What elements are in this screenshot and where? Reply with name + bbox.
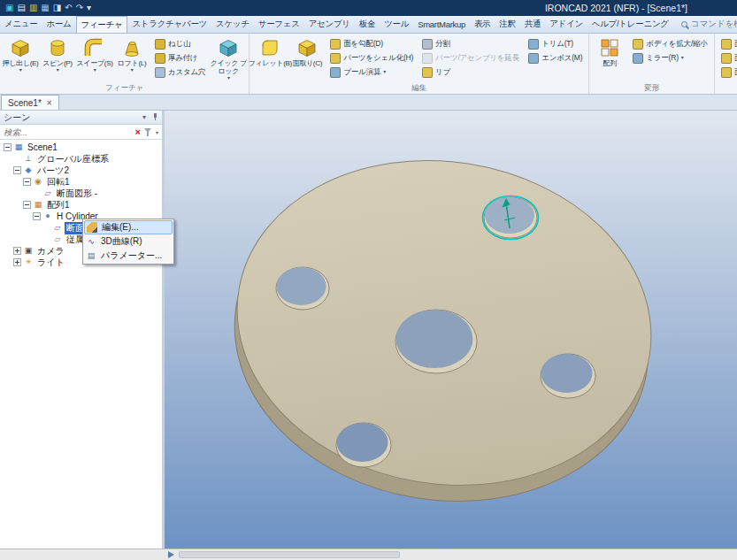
viewport[interactable]	[165, 111, 737, 548]
search-icon	[681, 21, 687, 27]
bolt-hole-bottom-left[interactable]	[336, 423, 391, 467]
tab-home[interactable]: ホーム	[42, 16, 75, 33]
redo-icon[interactable]: ↷	[76, 4, 83, 12]
dropdown-arrow-icon: ▾	[383, 69, 386, 75]
tree-item-global-coordinate-system[interactable]: ⊥グローバル座標系	[0, 153, 162, 165]
mirror-button[interactable]: ミラー(R)▾	[630, 51, 710, 65]
ironcad-window: ▣▤▥▦◨↶↷▾ IRONCAD 2021 (NFR) - [Scene1*] …	[0, 0, 737, 560]
tab-smartmarkup[interactable]: SmartMarkup	[413, 16, 470, 33]
emboss-button[interactable]: エンボス(M)	[526, 51, 585, 65]
bolt-hole-right[interactable]	[541, 354, 595, 398]
tree-item-label: グローバル座標系	[35, 153, 111, 165]
spin-button[interactable]: スピン(P)▾	[39, 35, 76, 82]
tree-item-label: 配列1	[45, 199, 72, 211]
extrude-button[interactable]: 押し出し(E)▾	[2, 35, 39, 82]
filter-dropdown-icon[interactable]: ▾	[156, 129, 158, 135]
context-menu-item-parameters[interactable]: ▤パラメーター...	[84, 249, 173, 263]
tab-assembly[interactable]: アセンブリ	[304, 16, 355, 33]
thread-button[interactable]: ねじ山	[152, 37, 208, 50]
ribbon: 押し出し(E)▾スピン(P)▾スイープ(S)▾ロフト(L)▾ねじ山厚み付けカスタ…	[0, 34, 737, 95]
clear-search-icon[interactable]: ×	[135, 127, 141, 137]
tree-item-pattern1[interactable]: ▦配列1	[0, 199, 162, 211]
cylinder-icon: ●	[42, 212, 53, 220]
chamfer-button[interactable]: 面取り(C)	[288, 35, 326, 82]
chamfer-icon	[296, 37, 318, 58]
3d-viewport-canvas[interactable]	[165, 111, 737, 548]
expander-minus-icon[interactable]	[23, 201, 31, 209]
scene-search-input[interactable]	[4, 127, 132, 137]
custom-hole-button[interactable]: カスタム穴	[152, 65, 208, 79]
tab-structured-parts[interactable]: ストラクチャパーツ	[127, 16, 211, 33]
split-button[interactable]: 分割	[419, 37, 522, 50]
viewport-scrollbar[interactable]	[0, 548, 737, 560]
quick-block-button[interactable]: クイック ブロック▾	[210, 35, 247, 82]
offset-face-button[interactable]: 面をオフセット(O)	[718, 65, 737, 79]
document-tab-scene1[interactable]: Scene1* ×	[1, 95, 59, 110]
pin-icon[interactable]	[151, 113, 158, 121]
bolt-hole-selected[interactable]	[483, 196, 539, 240]
rib-button[interactable]: リブ	[419, 65, 522, 79]
quick-access-dropdown-icon[interactable]: ▾	[87, 4, 91, 12]
extend-part-assembly-button[interactable]: パーツ/アセンブリを延長	[419, 51, 522, 65]
tab-common[interactable]: 共通	[520, 16, 545, 33]
app-icon[interactable]: ▣	[5, 4, 13, 12]
expander-minus-icon[interactable]	[33, 212, 41, 220]
tab-display[interactable]: 表示	[470, 16, 495, 33]
tree-item-cross-section-shape[interactable]: ▱断面図形 -	[0, 188, 162, 199]
expander-minus-icon[interactable]	[13, 166, 21, 174]
tab-feature[interactable]: フィーチャ	[76, 16, 128, 33]
expander-minus-icon[interactable]	[4, 143, 12, 151]
boolean-button[interactable]: ブール演算▾	[327, 65, 416, 79]
open-icon[interactable]: ▥	[29, 4, 37, 12]
sweep-button[interactable]: スイープ(S)▾	[76, 35, 113, 82]
tab-menu[interactable]: メニュー	[0, 16, 42, 33]
pattern-button[interactable]: 配列	[591, 35, 628, 82]
dropdown-arrow-icon: ▾	[94, 67, 96, 73]
expander-plus-icon[interactable]	[13, 258, 21, 266]
dropdown-arrow-icon: ▾	[227, 75, 230, 81]
filter-icon[interactable]	[144, 128, 152, 136]
scene-panel-header: シーン ▾	[0, 111, 162, 125]
tab-sheet-metal[interactable]: 板金	[355, 16, 380, 33]
chamfer-label: 面取り(C)	[293, 59, 323, 67]
scene-panel-title: シーン	[4, 111, 30, 124]
fillet-button[interactable]: フィレット(B)	[251, 35, 288, 82]
context-menu-item-edit[interactable]: 編集(E)...	[84, 220, 173, 234]
tab-annotation[interactable]: 注釈	[495, 16, 519, 33]
chevron-down-icon[interactable]: ▾	[142, 113, 146, 121]
undo-icon[interactable]: ↶	[65, 4, 72, 12]
ribbon-tab-bar: メニューホームフィーチャストラクチャパーツスケッチサーフェスアセンブリ板金ツール…	[0, 16, 737, 34]
tree-item-spin1[interactable]: ◉回転1	[0, 176, 162, 188]
nav-triangle-icon[interactable]	[168, 551, 174, 558]
trim-button[interactable]: トリム(T)	[526, 37, 585, 50]
tree-item-part2[interactable]: ◆パーツ2	[0, 165, 162, 176]
draft-face-button[interactable]: 面を勾配(D)	[327, 37, 416, 50]
save-icon[interactable]: ▦	[41, 4, 49, 12]
boolean-icon	[330, 67, 341, 78]
center-hole[interactable]	[395, 310, 477, 373]
expander-plus-icon[interactable]	[13, 247, 21, 255]
tab-surface[interactable]: サーフェス	[254, 16, 304, 33]
print-icon[interactable]: ◨	[53, 4, 61, 12]
shell-part-button[interactable]: パーツをシェル化(H)	[327, 51, 416, 65]
tree-item-scene1[interactable]: ▦Scene1	[0, 142, 162, 153]
mirror-icon	[633, 53, 643, 64]
tab-help-training[interactable]: ヘルプ/トレーニング	[587, 16, 673, 33]
scale-body-button[interactable]: ボディを拡大/縮小	[630, 37, 710, 50]
new-scene-icon[interactable]: ▤	[17, 4, 25, 12]
close-icon[interactable]: ×	[47, 98, 52, 108]
offset-face-icon	[721, 67, 732, 78]
bolt-hole-left[interactable]	[276, 267, 329, 310]
context-menu-item-3d-curve[interactable]: ∿3D曲線(R)	[84, 234, 173, 249]
thicken-button[interactable]: 厚み付け	[152, 51, 208, 65]
loft-button[interactable]: ロフト(L)▾	[113, 35, 150, 82]
expander-minus-icon[interactable]	[23, 178, 31, 186]
tab-addins[interactable]: アドイン	[545, 16, 587, 33]
match-face-button[interactable]: 面をマッチ	[718, 51, 737, 65]
move-face-button[interactable]: 面を移動(M)	[718, 37, 737, 50]
tab-sketch[interactable]: スケッチ	[211, 16, 254, 33]
tree-item-label: ライト	[35, 257, 66, 269]
scrollbar-thumb[interactable]	[179, 551, 400, 558]
command-search[interactable]: コマンドを検索	[673, 16, 737, 33]
tab-tools[interactable]: ツール	[380, 16, 413, 33]
